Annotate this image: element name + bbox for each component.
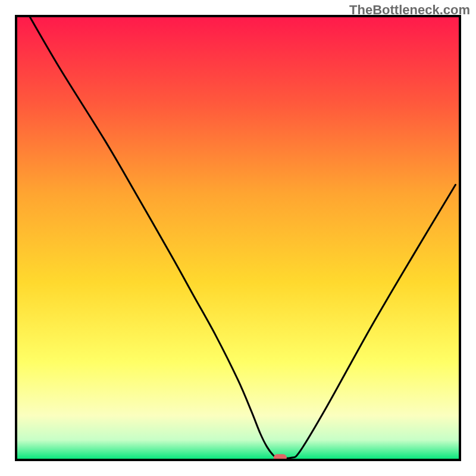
plot-background: [16, 16, 460, 460]
bottleneck-chart: [0, 0, 476, 476]
chart-frame: TheBottleneck.com: [0, 0, 476, 476]
